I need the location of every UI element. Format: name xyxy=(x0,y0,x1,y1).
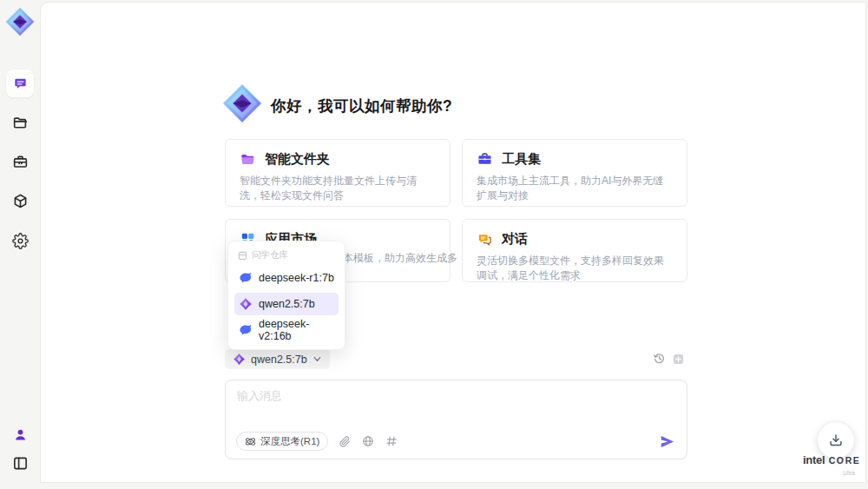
model-dropdown-header: 问学仓库 xyxy=(234,248,339,263)
history-icon[interactable] xyxy=(653,352,666,368)
card-description: 集成市场上主流工具，助力AI与外界无缝扩展与对接 xyxy=(477,174,673,203)
model-option-qwen25[interactable]: qwen2.5:7b xyxy=(234,293,339,315)
new-chat-icon[interactable] xyxy=(673,353,684,368)
model-option-label: qwen2.5:7b xyxy=(259,298,315,310)
card-description: 智能文件夹功能支持批量文件上传与清洗，轻松实现文件问答 xyxy=(240,174,436,203)
intel-core-badge: intel core Ultra xyxy=(803,453,860,479)
sidebar-item-folders[interactable] xyxy=(6,109,34,136)
sidebar-item-settings[interactable] xyxy=(6,227,34,254)
atom-icon xyxy=(245,436,256,447)
card-title: 智能文件夹 xyxy=(265,151,330,168)
sidebar-item-panel-toggle[interactable] xyxy=(6,449,34,477)
greeting-title: 你好，我可以如何帮助你? xyxy=(271,96,452,116)
globe-icon[interactable] xyxy=(362,435,374,447)
yellow-chat-icon xyxy=(477,231,493,248)
panel-layout-icon xyxy=(12,455,29,472)
purple-folder-icon xyxy=(240,151,256,168)
qwen-icon xyxy=(239,297,253,311)
deep-think-label: 深度思考(R1) xyxy=(260,435,319,448)
sidebar-item-chat[interactable] xyxy=(6,69,34,97)
card-title: 工具集 xyxy=(502,151,541,168)
sidebar-item-apps[interactable] xyxy=(6,187,34,215)
model-dropdown-header-label: 问学仓库 xyxy=(252,249,288,261)
model-option-deepseek-v2[interactable]: deepseek-v2:16b xyxy=(234,319,339,341)
deepseek-whale-icon xyxy=(239,271,253,285)
download-icon xyxy=(828,433,844,448)
card-conversation[interactable]: 对话 灵活切换多模型文件，支持多样回复效果调试，满足个性化需求 xyxy=(462,219,687,282)
paperclip-icon[interactable] xyxy=(339,436,351,447)
composer: 深度思考(R1) xyxy=(225,380,687,459)
chat-bubble-icon xyxy=(12,76,29,92)
core-wordmark: core xyxy=(829,455,861,466)
app-logo-icon xyxy=(5,7,35,36)
model-option-label: deepseek-r1:7b xyxy=(259,272,334,284)
message-input[interactable] xyxy=(237,388,671,428)
chevron-down-icon xyxy=(312,354,322,364)
card-toolset[interactable]: 工具集 集成市场上主流工具，助力AI与外界无缝扩展与对接 xyxy=(462,139,687,207)
deepseek-whale-icon xyxy=(239,323,253,337)
deep-think-toggle[interactable]: 深度思考(R1) xyxy=(236,432,328,451)
intel-wordmark: intel xyxy=(803,453,825,466)
ultra-label: Ultra xyxy=(803,467,860,479)
card-description-fragment: 本模板，助力高效生成多 xyxy=(343,251,457,266)
folder-icon xyxy=(12,115,29,131)
blue-briefcase-icon xyxy=(477,151,493,168)
person-icon xyxy=(13,427,28,442)
hash-icon[interactable] xyxy=(385,435,398,447)
card-smart-folder[interactable]: 智能文件夹 智能文件夹功能支持批量文件上传与清洗，轻松实现文件问答 xyxy=(225,139,450,207)
model-selector[interactable]: qwen2.5:7b xyxy=(225,349,330,369)
greeting-logo-icon xyxy=(222,83,262,123)
card-description: 灵活切换多模型文件，支持多样回复效果调试，满足个性化需求 xyxy=(477,254,673,283)
gear-icon xyxy=(12,233,29,249)
model-option-label: deepseek-v2:16b xyxy=(259,318,334,342)
sidebar-item-account[interactable] xyxy=(6,422,34,446)
model-selector-label: qwen2.5:7b xyxy=(251,354,307,366)
sidebar xyxy=(0,0,40,489)
repository-icon xyxy=(238,251,247,261)
model-option-deepseek-r1[interactable]: deepseek-r1:7b xyxy=(234,267,339,289)
cube-icon xyxy=(12,193,29,209)
briefcase-icon xyxy=(12,154,29,170)
send-icon[interactable] xyxy=(659,433,675,450)
sidebar-item-toolbox[interactable] xyxy=(6,148,34,175)
model-dropdown: 问学仓库 deepseek-r1:7b qwen2.5:7b deepseek-… xyxy=(227,241,345,350)
card-title: 对话 xyxy=(502,231,528,248)
qwen-icon xyxy=(233,353,246,366)
